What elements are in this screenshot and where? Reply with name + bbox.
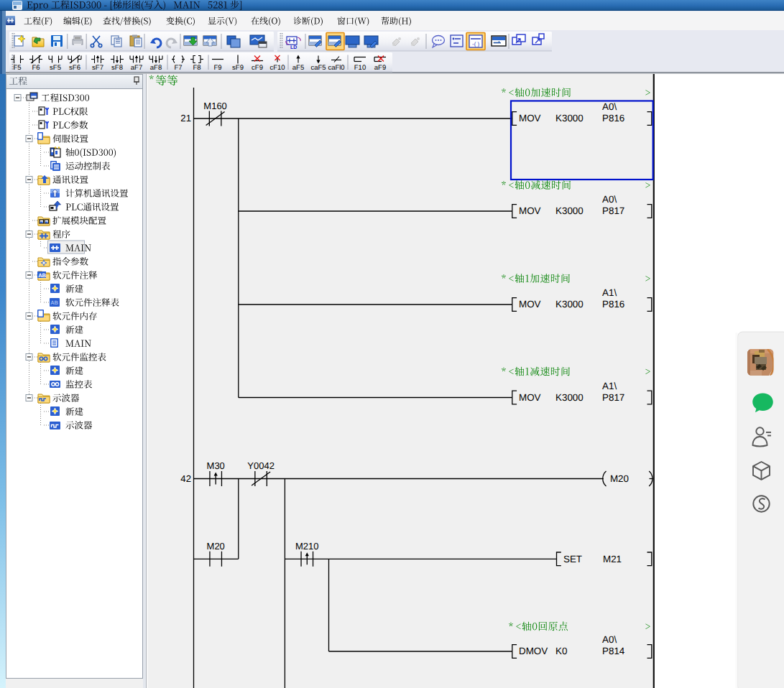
svg-text:caFl0: caFl0 [328,64,344,72]
svg-text:sF7: sF7 [92,64,103,72]
svg-text:P817: P817 [602,205,624,216]
svg-text:cF10: cF10 [269,64,285,72]
svg-text:A0\: A0\ [602,101,617,112]
svg-text:F8: F8 [193,64,200,72]
svg-text:LD: LD [290,45,297,50]
svg-text:MOV: MOV [519,113,541,124]
svg-text:M160: M160 [203,101,227,111]
svg-text:M20: M20 [610,473,629,484]
svg-text:aF5: aF5 [292,64,304,72]
svg-text:P817: P817 [602,392,624,403]
svg-text:M30: M30 [207,460,225,471]
svg-text:aF9: aF9 [374,64,386,72]
svg-text:sF9: sF9 [232,64,244,72]
svg-text:AB: AB [38,272,46,279]
svg-text:sF8: sF8 [111,64,123,72]
svg-text:A0\: A0\ [602,194,617,205]
svg-text:sF6: sF6 [69,64,80,72]
svg-text:-( ): -( ) [472,41,480,47]
svg-text:F5: F5 [13,64,21,72]
svg-text:aF8: aF8 [150,64,162,72]
svg-text:F6: F6 [32,64,40,72]
svg-text:F7: F7 [174,64,182,72]
svg-text:MOV: MOV [519,299,541,310]
svg-text:K3000: K3000 [555,392,584,403]
svg-text:A1\: A1\ [602,381,617,391]
svg-text:MOV: MOV [519,205,541,216]
svg-text:A0\: A0\ [602,634,617,645]
svg-text:K0: K0 [555,646,567,656]
svg-text:DMOV: DMOV [519,646,548,656]
svg-text:AB: AB [50,299,58,306]
svg-text:21: 21 [180,113,191,124]
svg-text:P816: P816 [602,113,624,124]
svg-text:K3000: K3000 [555,299,584,310]
svg-text:cF9: cF9 [252,64,263,72]
svg-text:caF5: caF5 [310,64,326,72]
svg-text:sF5: sF5 [50,64,61,72]
svg-text:MOV: MOV [519,392,541,403]
svg-text:M210: M210 [295,541,319,552]
svg-text:P816: P816 [602,299,624,310]
svg-text:A1\: A1\ [602,287,617,298]
svg-text:42: 42 [180,473,191,484]
svg-text:M21: M21 [603,554,622,564]
svg-text:F9: F9 [213,64,221,72]
svg-text:aF7: aF7 [131,64,142,72]
svg-text:K3000: K3000 [555,113,584,124]
svg-text:P814: P814 [602,646,625,656]
svg-text:SET: SET [563,554,582,564]
svg-text:K3000: K3000 [555,205,584,216]
svg-text:M20: M20 [207,541,225,552]
svg-text:F10: F10 [354,64,366,72]
svg-text:Y0042: Y0042 [247,460,275,471]
